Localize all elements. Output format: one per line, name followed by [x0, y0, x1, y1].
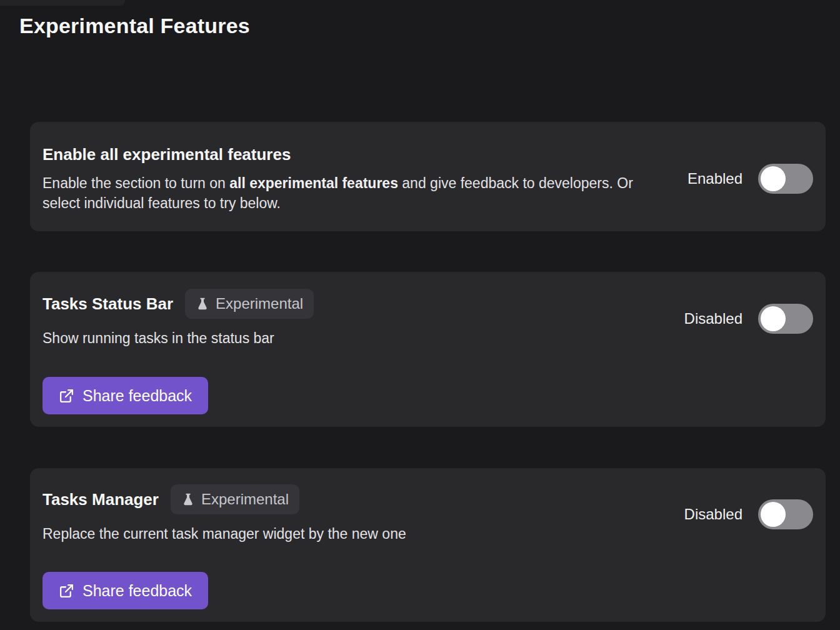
external-link-icon	[59, 583, 74, 599]
toggle-knob	[761, 502, 786, 527]
card-description: Replace the current task manager widget …	[42, 524, 406, 544]
share-feedback-button[interactable]: Share feedback	[42, 572, 208, 609]
card-row: Tasks Status Bar Experimental Show runni…	[42, 287, 813, 350]
experimental-badge: Experimental	[185, 289, 314, 319]
toggle-control: Disabled	[684, 304, 813, 334]
previous-section-edge	[0, 0, 125, 6]
toggle-state-label: Disabled	[684, 310, 742, 328]
toggle-state-label: Disabled	[684, 506, 742, 523]
badge-label: Experimental	[201, 491, 289, 508]
experimental-badge: Experimental	[171, 484, 299, 514]
card-description: Enable the section to turn on all experi…	[42, 173, 658, 213]
card-text-block: Tasks Manager Experimental Replace the c…	[42, 484, 406, 544]
card-tasks-manager: Tasks Manager Experimental Replace the c…	[30, 468, 826, 622]
toggle-control: Disabled	[684, 499, 813, 529]
tasks-status-bar-toggle-switch[interactable]	[758, 304, 813, 334]
card-row: Enable all experimental features Enable …	[42, 138, 813, 219]
card-text-block: Tasks Status Bar Experimental Show runni…	[42, 289, 314, 348]
button-label: Share feedback	[82, 387, 192, 405]
share-feedback-button[interactable]: Share feedback	[42, 377, 208, 414]
flask-icon	[196, 297, 209, 311]
card-title: Tasks Status Bar	[42, 294, 173, 314]
enable-all-toggle-switch[interactable]	[758, 164, 813, 194]
tasks-manager-toggle-switch[interactable]	[758, 499, 813, 529]
toggle-knob	[761, 166, 786, 191]
card-description: Show running tasks in the status bar	[42, 328, 314, 348]
description-bold-text: all experimental features	[229, 175, 398, 191]
description-text: Enable the section to turn on	[42, 175, 229, 191]
toggle-control: Enabled	[688, 164, 813, 194]
card-row: Tasks Manager Experimental Replace the c…	[42, 483, 813, 545]
page-title: Experimental Features	[19, 11, 250, 40]
card-tasks-status-bar: Tasks Status Bar Experimental Show runni…	[30, 272, 826, 427]
badge-label: Experimental	[216, 295, 303, 312]
card-title: Tasks Manager	[42, 489, 159, 509]
flask-icon	[181, 492, 195, 506]
card-title: Enable all experimental features	[42, 144, 291, 164]
card-text-block: Enable all experimental features Enable …	[42, 144, 658, 213]
button-label: Share feedback	[82, 582, 192, 600]
toggle-knob	[761, 306, 786, 331]
external-link-icon	[59, 388, 74, 404]
toggle-state-label: Enabled	[688, 170, 742, 188]
card-enable-all-experimental: Enable all experimental features Enable …	[30, 122, 826, 231]
